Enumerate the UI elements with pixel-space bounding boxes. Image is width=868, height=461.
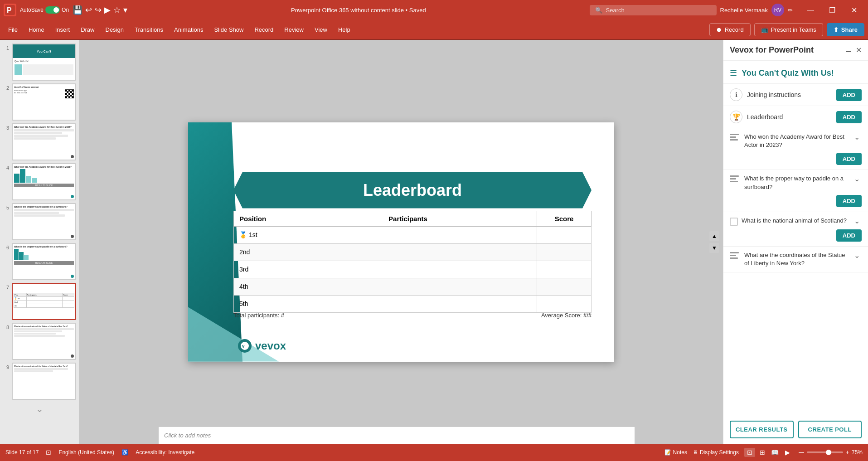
question-add-button-2[interactable]: ADD <box>836 195 862 207</box>
reading-view-icon[interactable]: 📖 <box>770 448 781 457</box>
slide-panel: 1 You Can't Quiz With Us! 2 Join the Ve <box>0 40 79 444</box>
question-add-button-1[interactable]: ADD <box>836 153 862 165</box>
present-icon[interactable]: ▶ <box>104 5 111 15</box>
tab-home[interactable]: Home <box>24 24 49 36</box>
slide-thumb-9[interactable]: 9 What are the coordinates of the Statue… <box>3 363 76 400</box>
slide-count: Slide 17 of 17 <box>5 449 39 456</box>
collapse-icon[interactable]: 🗕 <box>845 46 852 54</box>
leaderboard-banner: Leaderboard <box>233 172 592 209</box>
slide-thumb-7[interactable]: 7 Leaderboard PosParticipantsScore 🥇 1st… <box>3 283 76 320</box>
save-icon[interactable]: 💾 <box>73 5 82 15</box>
tab-transitions[interactable]: Transitions <box>130 24 168 36</box>
canvas-area[interactable]: ▲ ▼ Leaderboard Position Participants <box>79 40 723 444</box>
search-icon: 🔍 <box>595 7 602 14</box>
slide-thumb-1[interactable]: 1 You Can't Quiz With Us! <box>3 44 76 81</box>
position-2: 2nd <box>234 243 279 261</box>
zoom-slider[interactable] <box>807 451 843 453</box>
slideshow-icon[interactable]: ▶ <box>782 448 793 457</box>
zoom-area: — + 75% <box>799 449 863 456</box>
slide-thumb-5[interactable]: 5 What is the proper way to paddle on a … <box>3 203 76 240</box>
vevox-panel: Vevox for PowerPoint 🗕 ✕ ☰ You Can't Qui… <box>723 40 868 444</box>
notes-button[interactable]: 📝 Notes <box>664 449 687 456</box>
tab-view[interactable]: View <box>310 24 332 36</box>
tab-review[interactable]: Review <box>280 24 308 36</box>
question-chevron-3[interactable]: ⌄ <box>852 217 862 225</box>
dropdown-icon[interactable]: ▾ <box>123 5 127 15</box>
question-add-button-3[interactable]: ADD <box>836 229 862 242</box>
joining-instructions-section: ℹ Joining instructions ADD <box>723 84 868 106</box>
question-text-2: What is the proper way to paddle on a su… <box>744 175 849 191</box>
undo-icon[interactable]: ↩ <box>85 5 92 15</box>
share-icon: ⬆ <box>834 26 839 33</box>
create-poll-button[interactable]: CREATE POLL <box>798 421 862 438</box>
position-1: 🥇 1st <box>234 226 279 243</box>
tab-animations[interactable]: Animations <box>170 24 208 36</box>
question-item-4: What are the coordinates of the Statue o… <box>723 247 868 272</box>
position-5: 5th <box>234 295 279 312</box>
joining-add-button[interactable]: ADD <box>836 89 862 101</box>
autosave-toggle[interactable] <box>45 6 60 14</box>
redo-icon[interactable]: ↪ <box>95 5 102 15</box>
slide-sorter-icon[interactable]: ⊞ <box>757 448 768 457</box>
accessibility-label[interactable]: Accessibility: Investigate <box>136 449 194 456</box>
scroll-up-icon[interactable]: ▲ <box>709 231 719 241</box>
svg-text:v: v <box>242 344 245 349</box>
joining-instructions-label: Joining instructions <box>747 91 832 98</box>
tab-design[interactable]: Design <box>101 24 128 36</box>
scroll-controls[interactable]: ▲ ▼ <box>709 231 719 253</box>
share-button[interactable]: ⬆ Share <box>827 23 864 36</box>
leaderboard-table: Position Participants Score 🥇 1st 2nd <box>233 211 592 313</box>
notes-area[interactable]: Click to add notes <box>159 427 635 444</box>
zoom-level[interactable]: 75% <box>852 449 863 456</box>
leaderboard-title: Leaderboard <box>363 181 462 200</box>
question-chevron-1[interactable]: ⌄ <box>852 133 862 141</box>
question-chevron-2[interactable]: ⌄ <box>852 175 862 183</box>
scroll-down-icon[interactable]: ▼ <box>709 243 719 253</box>
average-score: Average Score: #/# <box>541 312 592 319</box>
present-in-teams-button[interactable]: 📺 Present in Teams <box>754 23 823 36</box>
tab-record[interactable]: Record <box>250 24 278 36</box>
leaderboard-section-label: Leaderboard <box>747 113 832 121</box>
slide-footer: v vevox <box>238 339 286 353</box>
display-settings-button[interactable]: 🖥 Display Settings <box>693 449 739 456</box>
pen-icon[interactable]: ✏ <box>788 7 793 14</box>
slide-canvas[interactable]: Leaderboard Position Participants Score … <box>188 122 614 362</box>
vevox-icon: v <box>238 339 252 353</box>
search-bar[interactable]: 🔍 Search <box>590 5 717 15</box>
tab-draw[interactable]: Draw <box>76 24 99 36</box>
leaderboard-add-button[interactable]: ADD <box>836 111 862 123</box>
close-button[interactable]: ✕ <box>844 3 864 17</box>
hamburger-icon[interactable]: ☰ <box>730 68 737 78</box>
accessibility-icon: ♿ <box>121 449 128 456</box>
slide-thumb-3[interactable]: 3 Who won the Academy Award for Best Act… <box>3 123 76 160</box>
minimize-button[interactable]: — <box>800 3 821 17</box>
slide-thumb-2[interactable]: 2 Join the Vevox session www.vevox.appID… <box>3 83 76 121</box>
restore-button[interactable]: ❐ <box>822 3 843 17</box>
main-area: 1 You Can't Quiz With Us! 2 Join the Ve <box>0 40 868 444</box>
slide-thumb-4[interactable]: 4 Who won the Academy Award for Best Act… <box>3 163 76 200</box>
present-label: Present in Teams <box>771 26 816 33</box>
normal-view-icon[interactable]: ⊡ <box>744 448 755 457</box>
table-row: 2nd <box>234 243 592 261</box>
star-icon[interactable]: ☆ <box>113 5 121 15</box>
clear-results-button[interactable]: CLEAR RESULTS <box>730 421 794 438</box>
title-bar: P AutoSave On 💾 ↩ ↪ ▶ ☆ ▾ Powerpoint Off… <box>0 0 868 20</box>
autosave-indicator[interactable]: AutoSave On <box>20 6 69 14</box>
record-button[interactable]: ⏺ Record <box>709 23 751 36</box>
close-panel-icon[interactable]: ✕ <box>856 46 862 54</box>
zoom-out-icon[interactable]: — <box>799 449 804 456</box>
slide-thumb-6[interactable]: 6 What is the proper way to paddle on a … <box>3 243 76 280</box>
question-chevron-4[interactable]: ⌄ <box>852 251 862 260</box>
tab-insert[interactable]: Insert <box>51 24 75 36</box>
tab-slideshow[interactable]: Slide Show <box>209 24 248 36</box>
slide-thumb-8[interactable]: 8 What are the coordinates of the Statue… <box>3 323 76 360</box>
tab-help[interactable]: Help <box>334 24 355 36</box>
notes-icon: 📝 <box>664 449 671 456</box>
question-lines-icon-1 <box>730 134 741 141</box>
position-3: 3rd <box>234 261 279 278</box>
scroll-down-icon[interactable]: ⌄ <box>3 404 76 413</box>
tab-file[interactable]: File <box>4 24 22 36</box>
window-controls[interactable]: — ❐ ✕ <box>800 3 864 17</box>
zoom-in-icon[interactable]: + <box>846 449 849 456</box>
vevox-logo-text: vevox <box>255 340 286 352</box>
